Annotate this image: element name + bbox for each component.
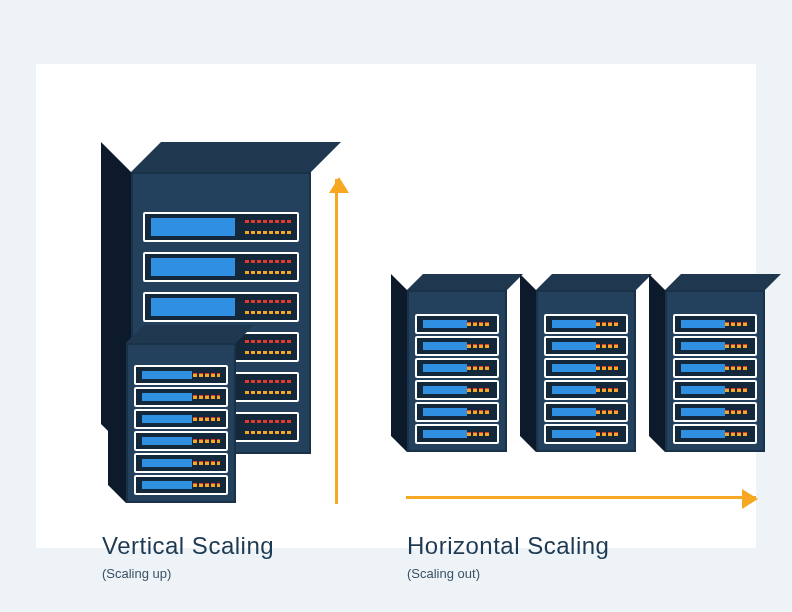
server-rack-1 [391, 290, 507, 452]
server-rack-small [108, 343, 236, 503]
arrow-up-icon [335, 179, 338, 504]
horizontal-title: Horizontal Scaling [407, 532, 609, 560]
vertical-subtitle: (Scaling up) [102, 566, 171, 581]
diagram-canvas: Vertical Scaling (Scaling up) Horizontal… [36, 64, 756, 548]
server-rack-3 [649, 290, 765, 452]
vertical-title: Vertical Scaling [102, 532, 274, 560]
arrow-right-icon [406, 496, 756, 499]
horizontal-subtitle: (Scaling out) [407, 566, 480, 581]
server-rack-2 [520, 290, 636, 452]
